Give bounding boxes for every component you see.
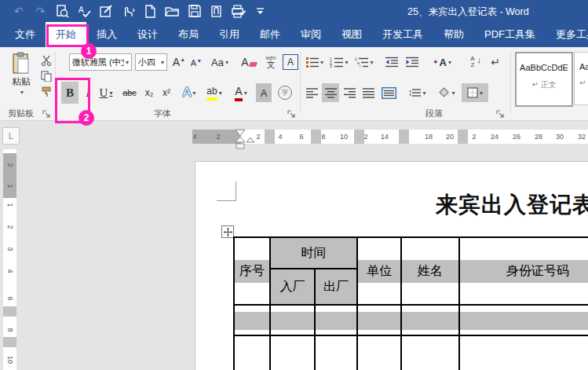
increase-indent-button[interactable] bbox=[404, 53, 421, 71]
table-cell[interactable] bbox=[234, 305, 270, 335]
tab-开始[interactable]: 开始 bbox=[46, 22, 86, 47]
tab-文件[interactable]: 文件 bbox=[5, 22, 46, 47]
save-icon[interactable] bbox=[187, 4, 202, 19]
tab-设计[interactable]: 设计 bbox=[127, 22, 168, 47]
open-icon[interactable] bbox=[165, 4, 180, 19]
copy-button[interactable] bbox=[39, 69, 53, 83]
font-dialog-launcher[interactable] bbox=[287, 108, 297, 117]
tab-引用[interactable]: 引用 bbox=[209, 22, 250, 47]
ruler-row-marker[interactable] bbox=[3, 337, 16, 347]
table-cell[interactable] bbox=[459, 335, 588, 370]
table-cell[interactable] bbox=[401, 335, 459, 370]
tab-帮助[interactable]: 帮助 bbox=[433, 22, 474, 47]
show-marks-button[interactable]: ↵ bbox=[487, 53, 504, 71]
table-cell[interactable] bbox=[357, 305, 401, 335]
attachment-icon[interactable] bbox=[209, 4, 224, 19]
grow-font-button[interactable]: A▲ bbox=[171, 53, 187, 71]
format-painter-button[interactable] bbox=[39, 85, 53, 99]
ruler-row-marker[interactable] bbox=[3, 306, 16, 317]
character-border-button[interactable]: A bbox=[283, 54, 298, 70]
subscript-button[interactable]: x₂ bbox=[141, 82, 157, 104]
paragraph-dialog-launcher[interactable] bbox=[496, 108, 506, 117]
change-case-button[interactable]: Aa▾ bbox=[209, 53, 231, 71]
enclose-characters-button[interactable]: 字 bbox=[276, 83, 294, 102]
header-cell-seq[interactable]: 序号 bbox=[234, 237, 270, 305]
borders-button[interactable]: ▾ bbox=[462, 83, 488, 102]
header-cell-in[interactable]: 入厂 bbox=[270, 269, 315, 305]
table-row-selected[interactable] bbox=[234, 305, 588, 335]
ruler-column-marker[interactable] bbox=[265, 130, 275, 144]
table-row[interactable] bbox=[234, 335, 588, 370]
superscript-button[interactable]: x² bbox=[159, 82, 174, 104]
tab-更多工具[interactable]: 更多工具 bbox=[546, 22, 588, 47]
cut-button[interactable] bbox=[39, 53, 53, 68]
table-cell[interactable] bbox=[315, 335, 357, 370]
paste-button[interactable]: 粘贴 ▾ bbox=[5, 52, 37, 104]
highlight-color-button[interactable]: ab▾ bbox=[203, 82, 226, 104]
tab-布局[interactable]: 布局 bbox=[168, 22, 209, 47]
underline-button[interactable]: U▾ bbox=[96, 82, 116, 104]
font-size-combobox[interactable]: 小四 ▾ bbox=[135, 53, 167, 71]
edit-icon[interactable] bbox=[99, 4, 114, 19]
align-right-button[interactable] bbox=[341, 83, 358, 102]
document-page[interactable]: 来宾出入登记表 序号 时间 单位 姓名 身份证号码 入厂 出厂 bbox=[195, 161, 588, 370]
phonetic-guide-button[interactable]: wén 文 bbox=[262, 53, 279, 71]
table-cell[interactable] bbox=[357, 335, 401, 370]
redo-icon[interactable]: ↷ bbox=[33, 4, 48, 19]
customize-qat-icon[interactable] bbox=[253, 4, 268, 19]
numbered-list-button[interactable]: 123 ▾ bbox=[328, 53, 350, 71]
strikethrough-button[interactable]: abc bbox=[119, 82, 140, 104]
font-color-button[interactable]: A▾ bbox=[229, 82, 253, 104]
line-spacing-button[interactable]: ↕ ▾ bbox=[405, 83, 429, 102]
header-cell-time[interactable]: 时间 bbox=[270, 237, 357, 269]
vertical-ruler[interactable]: 2112346810 bbox=[3, 149, 16, 370]
sort-button[interactable]: A Z ↓ bbox=[463, 52, 482, 72]
header-cell-name[interactable]: 姓名 bbox=[401, 237, 459, 305]
print-check-icon[interactable] bbox=[231, 4, 246, 19]
multilevel-list-button[interactable]: 1ai ▾ bbox=[353, 53, 375, 71]
bullet-list-button[interactable]: ▾ bbox=[305, 53, 325, 71]
tab-邮件[interactable]: 邮件 bbox=[250, 22, 290, 47]
table-cell[interactable] bbox=[315, 305, 357, 335]
table-cell[interactable] bbox=[459, 305, 588, 335]
tab-开发工具[interactable]: 开发工具 bbox=[372, 22, 433, 47]
asian-layout-button[interactable]: ✦A▾ bbox=[429, 53, 455, 71]
font-name-combobox[interactable]: 微软雅黑 (中文正文) ▾ bbox=[69, 53, 132, 71]
justify-button[interactable] bbox=[360, 83, 377, 102]
header-cell-out[interactable]: 出厂 bbox=[315, 269, 357, 305]
ruler-column-marker[interactable] bbox=[458, 130, 468, 144]
undo-icon[interactable]: ↶ bbox=[11, 4, 26, 19]
style-card-normal[interactable]: AaBbCcDdE ↵ 正文 bbox=[515, 52, 573, 107]
clear-formatting-button[interactable]: A bbox=[240, 53, 257, 71]
character-shading-button[interactable]: A bbox=[256, 83, 272, 102]
text-effects-button[interactable]: A▾ bbox=[179, 82, 199, 104]
ruler-column-marker[interactable] bbox=[399, 130, 409, 144]
touch-mode-icon[interactable] bbox=[121, 4, 136, 19]
bold-button[interactable]: B bbox=[61, 82, 79, 104]
distributed-button[interactable] bbox=[378, 83, 399, 102]
header-cell-unit[interactable]: 单位 bbox=[357, 237, 401, 305]
new-document-icon[interactable] bbox=[143, 4, 158, 19]
table-cell[interactable] bbox=[270, 335, 315, 370]
tab-PDF工具集[interactable]: PDF工具集 bbox=[474, 22, 546, 47]
tab-审阅[interactable]: 审阅 bbox=[290, 22, 331, 47]
tab-插入[interactable]: 插入 bbox=[86, 22, 127, 47]
table-cell[interactable] bbox=[401, 305, 459, 335]
spellcheck-icon[interactable]: A bbox=[77, 4, 92, 19]
document-title-text[interactable]: 来宾出入登记表 bbox=[436, 190, 588, 220]
indent-markers[interactable] bbox=[231, 128, 257, 153]
clipboard-dialog-launcher[interactable] bbox=[42, 108, 52, 117]
print-preview-icon[interactable] bbox=[55, 4, 70, 19]
header-cell-id[interactable]: 身份证号码 bbox=[459, 237, 588, 305]
align-center-button[interactable] bbox=[322, 83, 339, 102]
table-move-handle[interactable] bbox=[221, 225, 234, 238]
tab-视图[interactable]: 视图 bbox=[331, 22, 372, 47]
decrease-indent-button[interactable] bbox=[383, 53, 400, 71]
align-left-button[interactable] bbox=[303, 83, 320, 102]
table-cell[interactable] bbox=[270, 305, 315, 335]
shrink-font-button[interactable]: A▼ bbox=[188, 55, 204, 71]
italic-button[interactable]: I bbox=[82, 82, 94, 104]
table-cell[interactable] bbox=[234, 335, 270, 370]
shading-button[interactable]: ▾ bbox=[435, 83, 458, 102]
tab-stop-selector[interactable]: L bbox=[2, 127, 20, 145]
